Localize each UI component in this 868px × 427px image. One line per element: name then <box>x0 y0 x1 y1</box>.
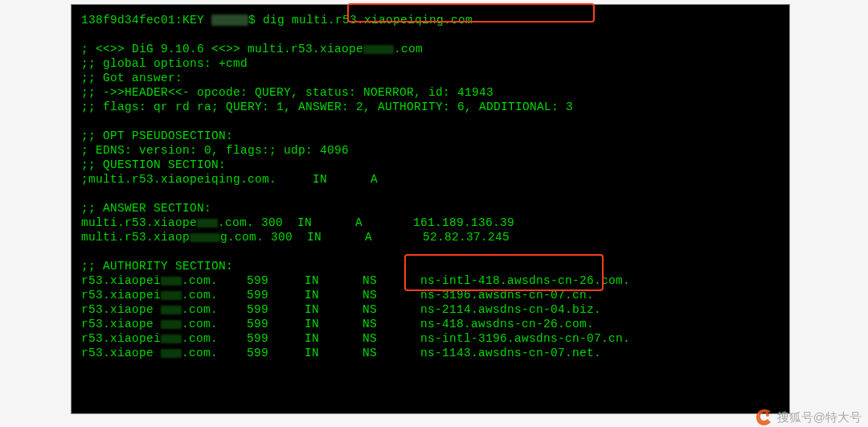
command-text: dig multi.r53.xiaopeiqing.com <box>263 14 473 27</box>
authority-row: r53.xiaopei.com. 599 IN NS ns-3196.awsdn… <box>81 288 780 302</box>
censored-segment <box>161 320 182 329</box>
dig-header-4: ;; ->>HEADER<<- opcode: QUERY, status: N… <box>81 85 780 100</box>
authority-row: r53.xiaope .com. 599 IN NS ns-418.awsdns… <box>81 317 780 331</box>
blank-line <box>81 114 780 129</box>
censored-segment <box>190 233 220 242</box>
dig-header-1: ; <<>> DiG 9.10.6 <<>> multi.r53.xiaope.… <box>81 42 780 56</box>
answer-title: ;; ANSWER SECTION: <box>81 201 780 216</box>
watermark: 搜狐号@特大号 <box>755 408 862 427</box>
censored-segment <box>197 219 218 228</box>
censored-segment <box>161 291 182 300</box>
dig-header-3: ;; Got answer: <box>81 71 780 85</box>
authority-row: r53.xiaopei.com. 599 IN NS ns-intl-418.a… <box>81 273 780 288</box>
censored-segment <box>161 335 182 343</box>
authority-row: r53.xiaopei.com. 599 IN NS ns-intl-3196.… <box>81 331 780 346</box>
authority-row: r53.xiaope .com. 599 IN NS ns-1143.awsdn… <box>81 346 780 360</box>
watermark-text: 搜狐号@特大号 <box>777 410 862 425</box>
prompt-line: 138f9d34fec01:KEY $ dig multi.r53.xiaope… <box>81 13 780 27</box>
prompt-hash: 138f9d34fec01:KEY <box>81 14 204 27</box>
terminal-window[interactable]: 138f9d34fec01:KEY $ dig multi.r53.xiaope… <box>71 4 790 414</box>
censored-segment <box>161 306 182 314</box>
dig-header-5: ;; flags: qr rd ra; QUERY: 1, ANSWER: 2,… <box>81 100 780 114</box>
authority-row: r53.xiaope .com. 599 IN NS ns-2114.awsdn… <box>81 302 780 317</box>
blank-line <box>81 187 780 201</box>
prompt-dollar: $ <box>248 14 256 27</box>
blank-line <box>81 244 780 259</box>
question-line-1: ;multi.r53.xiaopeiqing.com. IN A <box>81 172 780 187</box>
opt-line-1: ; EDNS: version: 0, flags:; udp: 4096 <box>81 143 780 158</box>
dig-header-2: ;; global options: +cmd <box>81 56 780 71</box>
sohu-logo-icon <box>755 408 774 427</box>
authority-title: ;; AUTHORITY SECTION: <box>81 259 780 273</box>
censored-segment <box>211 14 248 26</box>
opt-title: ;; OPT PSEUDOSECTION: <box>81 129 780 143</box>
censored-segment <box>161 349 182 358</box>
censored-segment <box>363 45 394 54</box>
answer-row: multi.r53.xiaopg.com. 300 IN A 52.82.37.… <box>81 230 780 244</box>
question-title: ;; QUESTION SECTION: <box>81 158 780 172</box>
censored-segment <box>161 277 182 285</box>
answer-row: multi.r53.xiaope.com. 300 IN A 161.189.1… <box>81 216 780 230</box>
blank-line <box>81 27 780 42</box>
